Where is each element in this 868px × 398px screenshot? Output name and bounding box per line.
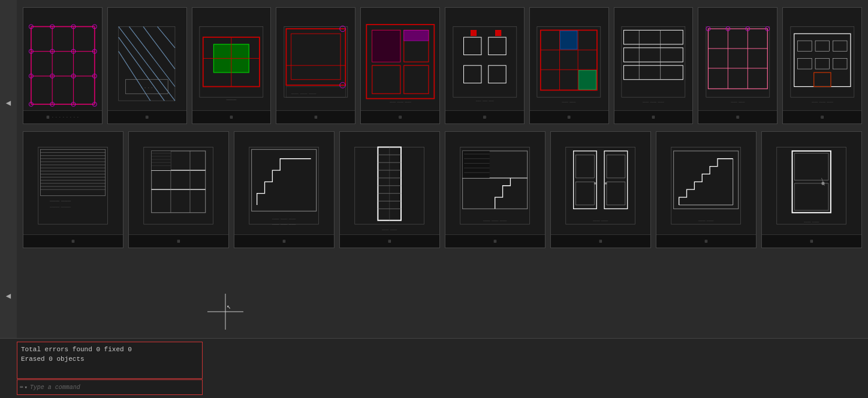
- command-area[interactable]: ⌨ ▾ Type a command: [17, 379, 203, 395]
- svg-text:_____ _____ _____: _____ _____ _____: [483, 219, 507, 221]
- svg-text:_____ _____: _____ _____: [381, 228, 397, 230]
- drawing-svg-4: _____ _____ _____: [281, 19, 351, 111]
- svg-text:_____ _____ _____: _____ _____ _____: [272, 217, 296, 219]
- svg-text:- - - -: - - - -: [141, 86, 153, 89]
- svg-rect-75: [624, 31, 683, 45]
- svg-rect-96: [833, 41, 847, 52]
- svg-rect-94: [797, 41, 812, 52]
- svg-rect-157: [566, 147, 635, 225]
- svg-rect-61: [488, 65, 505, 83]
- thumbnail-row-2: ______ ______ _______ _______ ⊞: [23, 131, 862, 248]
- drawing-svg-11: ______ ______ _______ _______: [28, 143, 117, 236]
- status-line-1: Total errors found 0 fixed 0: [21, 345, 198, 354]
- thumbnail-3[interactable]: ______ ⊞: [192, 7, 272, 124]
- svg-text:_____ _____: _____ _____: [730, 101, 745, 103]
- thumbnails-container: _____ _____ ⊞ - - - - - - - -: [23, 7, 862, 248]
- drawing-svg-9: _____ _____: [703, 19, 773, 111]
- drawing-svg-16: _____ _____: [556, 143, 645, 236]
- thumbnail-15[interactable]: _____ _____ _____ ⊞: [445, 131, 545, 248]
- svg-rect-62: [471, 31, 476, 36]
- thumbnail-2[interactable]: - - - - ⊞: [107, 7, 187, 124]
- svg-rect-71: [560, 31, 577, 50]
- drawing-svg-5: _____ _____ _____: [365, 19, 436, 111]
- thumbnail-footer-11: ⊞: [23, 234, 123, 248]
- thumbnail-11[interactable]: ______ ______ _______ _______ ⊞: [23, 131, 123, 248]
- drawing-svg-12: [134, 143, 223, 236]
- thumbnail-footer-15: ⊞: [445, 234, 545, 248]
- svg-rect-159: [604, 151, 628, 209]
- svg-point-165: [605, 182, 607, 185]
- svg-line-32: [158, 27, 175, 48]
- svg-line-31: [143, 27, 175, 70]
- thumbnail-row-1: _____ _____ ⊞ - - - - - - - -: [23, 7, 862, 124]
- thumbnail-1[interactable]: _____ _____ ⊞ - - - - - - - -: [23, 7, 103, 124]
- drawing-svg-18: _____ _____: [767, 143, 856, 236]
- thumbnail-footer-2: ⊞: [108, 110, 186, 123]
- thumbnail-10[interactable]: _____ _____ _____ ⊞: [782, 7, 862, 124]
- thumbnail-footer-5: ⊞: [361, 110, 439, 123]
- svg-rect-95: [815, 41, 830, 52]
- thumbnail-footer-17: ⊞: [656, 234, 756, 248]
- bottom-status-bar: Total errors found 0 fixed 0 Erased 0 ob…: [0, 338, 868, 398]
- thumbnail-7[interactable]: _____ _____ ⊞: [529, 7, 609, 124]
- thumbnail-4[interactable]: _____ _____ _____ ⊞: [276, 7, 355, 124]
- svg-text:_____ _____ _____: _____ _____ _____: [291, 92, 317, 95]
- thumbnail-footer-7: ⊞: [530, 110, 608, 123]
- svg-rect-125: [152, 151, 171, 170]
- svg-text:_____ _____: _____ _____: [698, 219, 714, 221]
- thumbnail-16[interactable]: _____ _____ ⊞: [550, 131, 651, 248]
- thumbnail-footer-10: ⊞: [783, 110, 861, 123]
- svg-rect-77: [624, 65, 683, 80]
- svg-text:_____ _____: _____ _____: [562, 101, 577, 103]
- thumbnail-13[interactable]: _____ _____ _____ _____ _____ _____ ⊞: [234, 131, 334, 248]
- svg-rect-42: [286, 29, 345, 85]
- drawing-svg-2: - - - -: [111, 19, 182, 111]
- svg-text:______ ______: ______ ______: [49, 199, 71, 202]
- svg-rect-150: [463, 151, 490, 178]
- thumbnail-footer-8: ⊞: [614, 110, 693, 123]
- thumbnail-14[interactable]: _____ _____ ⊞: [339, 131, 440, 248]
- svg-text:____ ____ ____: ____ ____ ____: [475, 99, 494, 101]
- svg-rect-57: [453, 27, 516, 98]
- svg-text:_____ _____ _____: _____ _____ _____: [811, 101, 834, 103]
- svg-text:_____ _____: _____ _____: [803, 221, 819, 223]
- svg-rect-72: [579, 71, 596, 90]
- svg-rect-161: [576, 182, 595, 206]
- svg-rect-173: [795, 183, 829, 210]
- thumbnail-footer-6: ⊞: [445, 110, 524, 123]
- thumbnail-footer-14: ⊞: [340, 234, 439, 248]
- drawing-svg-10: _____ _____ _____: [787, 19, 858, 111]
- svg-rect-0: [31, 27, 94, 104]
- thumbnail-18[interactable]: _____ _____ ⊞: [761, 131, 862, 248]
- svg-rect-55: [372, 31, 400, 62]
- thumbnail-8[interactable]: _____ _____ _____ ⊞: [614, 7, 694, 124]
- thumbnail-footer-18: ⊞: [762, 234, 861, 248]
- thumbnail-17[interactable]: _____ _____ ⊞: [656, 131, 757, 248]
- sidebar-arrow-top[interactable]: ◀: [6, 98, 11, 108]
- thumbnail-footer-1: ⊞ - - - - - - - -: [23, 110, 102, 123]
- drawing-svg-1: _____ _____: [28, 19, 98, 111]
- drawing-svg-6: ____ ____ ____: [450, 19, 520, 111]
- svg-rect-43: [291, 34, 340, 80]
- command-input-placeholder[interactable]: Type a command: [30, 384, 80, 391]
- svg-rect-98: [815, 59, 830, 70]
- svg-rect-54: [403, 31, 428, 41]
- svg-rect-81: [706, 27, 770, 98]
- svg-text:_______ _______: _______ _______: [49, 205, 71, 207]
- sidebar-arrow-bottom[interactable]: ◀: [6, 291, 11, 301]
- thumbnail-12[interactable]: ⊞: [128, 131, 229, 248]
- drawing-svg-7: _____ _____: [534, 19, 604, 111]
- thumbnail-9[interactable]: _____ _____ ⊞: [698, 7, 777, 124]
- svg-rect-160: [576, 155, 595, 179]
- drawing-svg-15: _____ _____ _____: [450, 143, 540, 236]
- svg-rect-52: [372, 65, 400, 94]
- main-canvas: _____ _____ ⊞ - - - - - - - -: [17, 0, 868, 338]
- thumbnail-6[interactable]: ____ ____ ____ ⊞: [445, 7, 525, 124]
- status-text-area: Total errors found 0 fixed 0 Erased 0 ob…: [17, 342, 203, 379]
- thumbnail-5[interactable]: _____ _____ _____ ⊞: [360, 7, 440, 124]
- svg-rect-99: [833, 59, 847, 70]
- thumbnail-footer-3: ⊞: [192, 110, 271, 123]
- thumbnail-footer-16: ⊞: [551, 234, 650, 248]
- dropdown-arrow-icon: ▾: [24, 384, 27, 391]
- svg-rect-100: [813, 73, 830, 87]
